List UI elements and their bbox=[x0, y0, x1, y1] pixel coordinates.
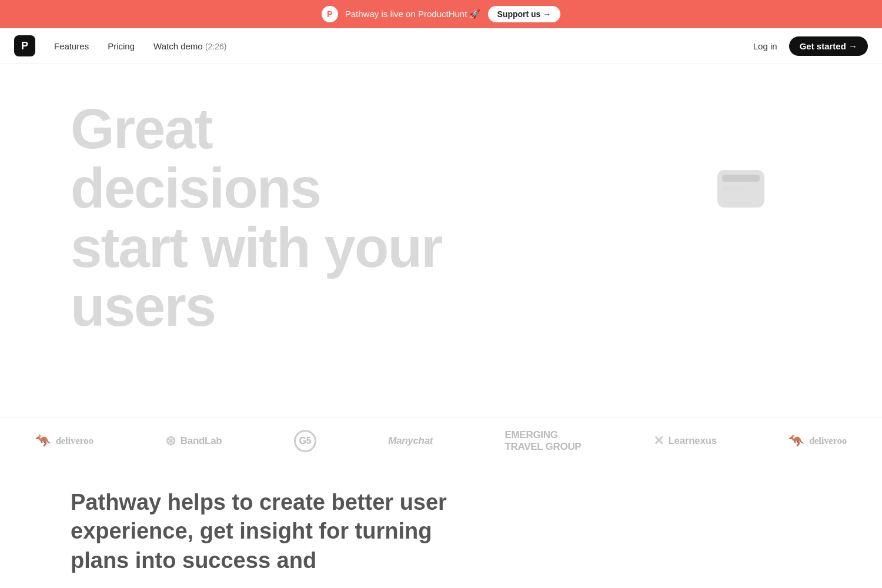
hero-card-graphic bbox=[717, 170, 764, 208]
logo-deliveroo-2: 🦘 deliveroo bbox=[789, 433, 847, 449]
announcement-banner: P Pathway is live on ProductHunt 🚀 Suppo… bbox=[0, 0, 882, 28]
hero-heading: Great decisions start with your users bbox=[71, 99, 470, 336]
logo-g5: G5 bbox=[294, 430, 316, 452]
learnexus-name: Learnexus bbox=[668, 435, 716, 447]
support-us-button[interactable]: Support us → bbox=[488, 6, 561, 22]
manychat-name: Manychat bbox=[388, 435, 433, 447]
demo-duration: (2:26) bbox=[205, 42, 227, 51]
bottom-tagline: Pathway helps to create better user expe… bbox=[71, 488, 482, 575]
learnexus-icon: ✕ bbox=[653, 433, 664, 449]
site-logo: P bbox=[14, 35, 35, 56]
deliveroo-icon-2: 🦘 bbox=[789, 433, 804, 449]
logo-deliveroo-1: 🦘 deliveroo bbox=[35, 433, 93, 449]
bandlab-name: BandLab bbox=[181, 435, 222, 447]
nav-login[interactable]: Log in bbox=[746, 38, 784, 55]
nav-features[interactable]: Features bbox=[47, 38, 96, 55]
main-nav: P Features Pricing Watch demo (2:26) Log… bbox=[0, 28, 882, 64]
logos-section: 🦘 deliveroo ⊛ BandLab G5 Manychat emerGI… bbox=[0, 417, 882, 465]
bottom-text-section: Pathway helps to create better user expe… bbox=[0, 465, 882, 587]
deliveroo-icon: 🦘 bbox=[35, 433, 51, 449]
bandlab-icon: ⊛ bbox=[165, 433, 176, 449]
producthunt-icon: P bbox=[322, 6, 338, 22]
g5-circle-icon: G5 bbox=[294, 430, 316, 452]
emerging-name: emerGInGTRAVEL GROUP bbox=[505, 429, 582, 453]
deliveroo-name-1: deliveroo bbox=[56, 435, 93, 447]
nav-pricing[interactable]: Pricing bbox=[101, 38, 142, 55]
logo-learnexus: ✕ Learnexus bbox=[653, 433, 717, 449]
logo-emerging: emerGInGTRAVEL GROUP bbox=[505, 429, 582, 453]
logo-bandlab: ⊛ BandLab bbox=[165, 433, 222, 449]
logo-manychat: Manychat bbox=[388, 435, 433, 447]
nav-get-started[interactable]: Get started → bbox=[789, 36, 868, 56]
card-bar-2 bbox=[722, 186, 744, 191]
banner-text: Pathway is live on ProductHunt 🚀 bbox=[345, 9, 481, 19]
deliveroo-name-2: deliveroo bbox=[809, 435, 847, 447]
nav-watch-demo[interactable]: Watch demo (2:26) bbox=[146, 38, 233, 55]
hero-section: Great decisions start with your users bbox=[0, 64, 882, 417]
card-bar-1 bbox=[722, 175, 760, 182]
